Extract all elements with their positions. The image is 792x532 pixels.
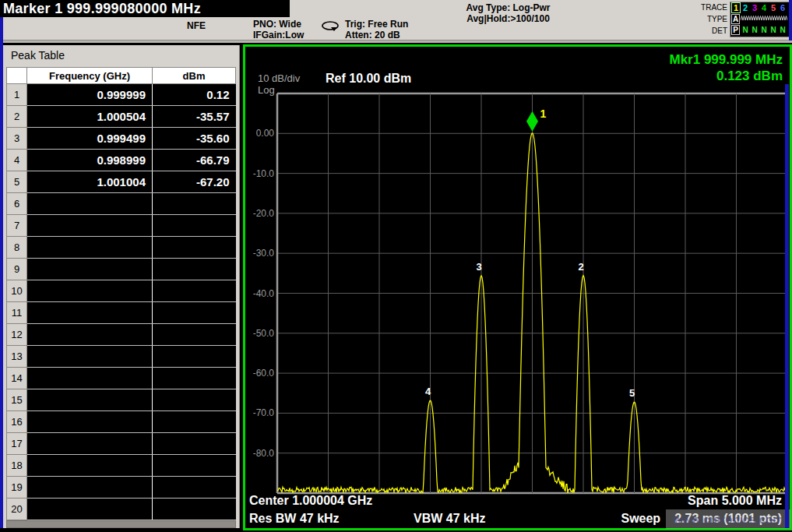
peak-frequency-cell: 0.998999	[27, 150, 153, 171]
peak-row-number: 11	[7, 302, 27, 324]
marker-1-diamond[interactable]	[526, 111, 538, 132]
peak-table-row: 30.999499-35.60	[7, 128, 236, 150]
peak-table: Frequency (GHz) dBm 10.9999990.1221.0005…	[6, 67, 236, 520]
marker-title: Marker 1 999.999080000 MHz	[0, 0, 290, 17]
det-label: DET	[685, 25, 727, 37]
peak-table-row: 12	[7, 324, 236, 346]
y-axis-label: -20.0	[253, 208, 275, 219]
peak-frequency-cell	[27, 389, 153, 411]
peak-row-number: 1	[7, 84, 27, 106]
peak-row-number: 18	[7, 455, 27, 477]
trace-number-1[interactable]: 1	[731, 2, 741, 13]
peak-row-number: 2	[7, 106, 27, 128]
pno-status: PNO: Wide	[253, 19, 304, 30]
peak-table-row: 14	[7, 368, 236, 389]
trace-legend-grid: 123456APNNNNN	[730, 2, 790, 37]
peak-dbm-cell	[153, 368, 236, 389]
y-axis-label: -50.0	[253, 328, 275, 339]
peak-dbm-cell	[153, 389, 236, 411]
average-status: Avg Type: Log-Pwr Avg|Hold:>100/100	[424, 2, 592, 24]
peak-col-number	[7, 68, 27, 84]
peak-table-row: 51.001004-67.20	[7, 171, 236, 193]
peak-dbm-cell	[153, 280, 236, 302]
graticule-and-trace: 0.00-10.0-20.0-30.0-40.0-50.0-60.0-70.0-…	[245, 47, 792, 532]
peak-table-row: 6	[7, 193, 236, 215]
avg-hold-status: Avg|Hold:>100/100	[424, 13, 592, 24]
peak-row-number: 19	[7, 477, 27, 499]
nfe-status: NFE	[187, 20, 206, 31]
pno-ifgain-status: PNO: Wide IFGain:Low	[253, 19, 304, 41]
peak-frequency-cell: 0.999499	[27, 128, 153, 150]
clear-write-icon	[778, 12, 787, 26]
peak-table-row: 40.998999-66.79	[7, 150, 236, 171]
peak-col-dbm: dBm	[153, 68, 236, 84]
peak-dbm-cell	[153, 411, 236, 433]
peak-table-scrollbar[interactable]	[6, 520, 236, 528]
clear-write-icon	[769, 12, 778, 26]
trigger-atten-status: Trig: Free Run Atten: 20 dB	[345, 19, 408, 41]
y-axis-label: -30.0	[253, 248, 275, 259]
trace-det-normal: N	[769, 26, 778, 34]
sweep-label: Sweep	[621, 512, 660, 525]
peak-row-number: 12	[7, 324, 27, 346]
peak-row-number: 16	[7, 411, 27, 433]
peak-table-title: Peak Table	[11, 49, 65, 62]
y-axis-label: -70.0	[253, 407, 275, 418]
peak-dbm-cell	[153, 193, 236, 215]
trace-det-normal: N	[778, 26, 787, 34]
peak-row-number: 5	[7, 171, 27, 193]
trace-det-row: PNNNNN	[731, 24, 788, 35]
peak-row-number: 7	[7, 215, 27, 237]
y-axis-label: -10.0	[253, 168, 275, 179]
peak-table-row: 18	[7, 455, 236, 477]
spectrum-window[interactable]: Mkr1 999.999 MHz 0.123 dBm 10 dB/div Log…	[243, 44, 792, 530]
peak-frequency-cell	[27, 477, 153, 499]
marker-4-label: 4	[425, 386, 431, 397]
peak-table-row: 11	[7, 302, 236, 324]
peak-table-row: 9	[7, 259, 236, 280]
peak-dbm-cell	[153, 259, 236, 280]
trace-det-peak: P	[731, 25, 740, 35]
peak-dbm-cell	[153, 346, 236, 368]
peak-frequency-cell	[27, 280, 153, 302]
peak-table-row: 17	[7, 433, 236, 455]
trace-det-normal: N	[750, 26, 759, 34]
trace-type-row: A	[731, 13, 788, 24]
top-status-bar: Marker 1 999.999080000 MHz NFE PNO: Wide…	[0, 0, 792, 43]
clear-write-icon	[741, 12, 750, 26]
peak-table-body: 10.9999990.1221.000504-35.5730.999499-35…	[7, 84, 236, 520]
peak-table-row: 10.9999990.12	[7, 84, 236, 106]
peak-row-number: 20	[7, 499, 27, 520]
ifgain-status: IFGain:Low	[253, 30, 304, 41]
span: Span 5.000 MHz	[688, 494, 782, 508]
peak-dbm-cell	[153, 302, 236, 324]
peak-table-row: 19	[7, 477, 236, 499]
y-axis-label: 0.00	[256, 128, 275, 139]
peak-dbm-cell	[153, 433, 236, 455]
type-label: TYPE	[685, 13, 727, 25]
peak-dbm-cell	[153, 499, 236, 520]
peak-table-row: 21.000504-35.57	[7, 106, 236, 128]
peak-table-header-row: Frequency (GHz) dBm	[7, 68, 236, 84]
peak-frequency-cell	[27, 259, 153, 280]
peak-table-row: 7	[7, 215, 236, 237]
peak-table-row: 8	[7, 237, 236, 259]
peak-frequency-cell: 0.999999	[27, 84, 153, 106]
peak-row-number: 17	[7, 433, 27, 455]
peak-frequency-cell	[27, 215, 153, 237]
trace-label: TRACE	[685, 2, 727, 13]
marker-2-label: 2	[578, 261, 583, 273]
continuous-sweep-icon	[319, 19, 341, 33]
peak-dbm-cell	[153, 477, 236, 499]
peak-frequency-cell	[27, 302, 153, 324]
res-bw: Res BW 47 kHz	[249, 512, 340, 526]
avg-type-status: Avg Type: Log-Pwr	[424, 2, 592, 13]
peak-frequency-cell	[27, 411, 153, 433]
y-axis-label: -40.0	[253, 288, 275, 299]
peak-row-number: 15	[7, 389, 27, 411]
peak-dbm-cell	[153, 455, 236, 477]
peak-frequency-cell: 1.001004	[27, 171, 153, 193]
trace-det-normal: N	[759, 26, 769, 34]
peak-dbm-cell: -67.20	[153, 171, 236, 193]
peak-dbm-cell: -66.79	[153, 150, 236, 171]
